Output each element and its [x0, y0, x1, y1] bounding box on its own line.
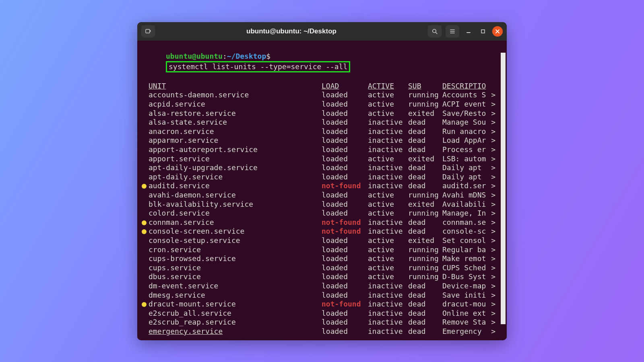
table-row: cups.serviceloadedactiverunningCUPS Sche… [140, 263, 504, 273]
cell-load: loaded [322, 318, 368, 327]
cell-desc: D-Bus Syst [442, 272, 504, 282]
bullet-dot-icon [142, 229, 147, 234]
cell-desc: CUPS Sched [442, 263, 504, 273]
cell-sub: dead [408, 163, 442, 173]
cell-desc: Availabili [442, 200, 504, 209]
cell-load: loaded [322, 236, 368, 245]
minimize-button[interactable] [463, 26, 474, 37]
cell-sub: dead [408, 227, 442, 236]
cell-active: active [368, 191, 408, 200]
maximize-button[interactable] [478, 26, 488, 37]
status-bullet [140, 236, 149, 245]
cell-load: loaded [322, 272, 368, 282]
cell-unit: e2scrub_all.service [149, 309, 322, 318]
table-header: UNIT LOAD ACTIVE SUB DESCRIPTIO [140, 82, 504, 91]
cell-sub: dead [408, 282, 442, 291]
status-bullet [140, 254, 149, 263]
table-row: avahi-daemon.serviceloadedactiverunningA… [140, 191, 504, 200]
close-icon [495, 29, 500, 34]
cell-desc: Manage, In [442, 209, 504, 218]
cell-sub: dead [408, 145, 442, 154]
command-highlight-box: systemctl list-units --type=service --al… [166, 61, 350, 73]
status-bullet [140, 327, 149, 336]
cell-load: not-found [322, 218, 368, 227]
table-row: console-screen.servicenot-foundinactived… [140, 227, 504, 236]
cell-desc: LSB: autom [442, 154, 504, 164]
cell-active: inactive [368, 118, 408, 127]
cell-active: inactive [368, 282, 408, 291]
cell-active: inactive [368, 163, 408, 173]
status-bullet [140, 118, 149, 127]
cell-sub: dead [408, 127, 442, 136]
cell-active: inactive [368, 136, 408, 145]
search-button[interactable] [428, 25, 442, 37]
cell-desc: Save/Resto [442, 109, 504, 118]
cell-desc: Remove Sta [442, 318, 504, 327]
terminal-output[interactable]: ubuntu@ubuntu:~/Desktop$ systemctl list-… [137, 41, 507, 340]
cell-sub: dead [408, 309, 442, 318]
cell-unit: blk-availability.service [149, 200, 322, 209]
new-tab-button[interactable] [141, 25, 155, 37]
status-bullet [140, 100, 149, 109]
cell-sub: exited [408, 236, 442, 245]
table-row: emergency.serviceloadedinactivedeadEmerg… [140, 327, 504, 336]
cell-active: inactive [368, 145, 408, 154]
status-bullet [140, 145, 149, 154]
cell-desc: Regular ba [442, 245, 504, 255]
table-row: alsa-state.serviceloadedinactivedeadMana… [140, 118, 504, 127]
cell-desc: console-sc [442, 227, 504, 236]
cell-sub: exited [408, 154, 442, 164]
table-row: connman.servicenot-foundinactivedeadconn… [140, 218, 504, 227]
cell-unit: colord.service [149, 209, 322, 218]
prompt-userhost: ubuntu@ubuntu [166, 52, 223, 60]
prompt-sep: : [223, 52, 227, 60]
cell-load: loaded [322, 200, 368, 209]
table-row: blk-availability.serviceloadedactiveexit… [140, 200, 504, 209]
header-unit: UNIT [149, 82, 322, 91]
cell-unit: e2scrub_reap.service [149, 318, 322, 327]
cell-active: inactive [368, 291, 408, 300]
cell-load: not-found [322, 300, 368, 309]
status-bullet [140, 263, 149, 273]
close-button[interactable] [492, 26, 503, 37]
cell-load: loaded [322, 245, 368, 255]
cell-sub: exited [408, 109, 442, 118]
table-row: apt-daily-upgrade.serviceloadedinactived… [140, 163, 504, 173]
cell-active: inactive [368, 181, 408, 191]
cell-unit: dbus.service [149, 272, 322, 282]
cell-desc: connman.se [442, 218, 504, 227]
cell-unit: dracut-mount.service [149, 300, 322, 309]
cell-sub: running [408, 90, 442, 100]
cell-unit: accounts-daemon.service [149, 90, 322, 100]
new-tab-icon [145, 28, 151, 35]
cell-load: loaded [322, 263, 368, 273]
status-bullet [140, 272, 149, 282]
cell-unit: alsa-restore.service [149, 109, 322, 118]
cell-active: inactive [368, 327, 408, 336]
status-bullet [140, 218, 149, 227]
search-icon [431, 28, 438, 35]
cell-active: active [368, 254, 408, 263]
hamburger-menu-button[interactable] [446, 25, 459, 37]
table-row: e2scrub_all.serviceloadedinactivedeadOnl… [140, 309, 504, 318]
cell-sub: dead [408, 218, 442, 227]
status-bullet [140, 209, 149, 218]
table-row: cups-browsed.serviceloadedactiverunningM… [140, 254, 504, 263]
status-bullet [140, 245, 149, 255]
prompt-cwd: ~/Desktop [227, 52, 266, 60]
cell-sub: running [408, 209, 442, 218]
cell-active: active [368, 100, 408, 109]
status-bullet [140, 90, 149, 100]
cell-desc: auditd.ser [442, 181, 504, 191]
cell-sub: running [408, 272, 442, 282]
prompt-line: ubuntu@ubuntu:~/Desktop$ systemctl list-… [140, 43, 504, 82]
cell-load: loaded [322, 154, 368, 164]
cell-load: loaded [322, 291, 368, 300]
status-bullet [140, 127, 149, 136]
cell-unit: apt-daily-upgrade.service [149, 163, 322, 173]
cell-sub: dead [408, 173, 442, 182]
cell-sub: running [408, 254, 442, 263]
cell-unit: connman.service [149, 218, 322, 227]
status-bullet [140, 181, 149, 191]
table-row: anacron.serviceloadedinactivedeadRun ana… [140, 127, 504, 136]
